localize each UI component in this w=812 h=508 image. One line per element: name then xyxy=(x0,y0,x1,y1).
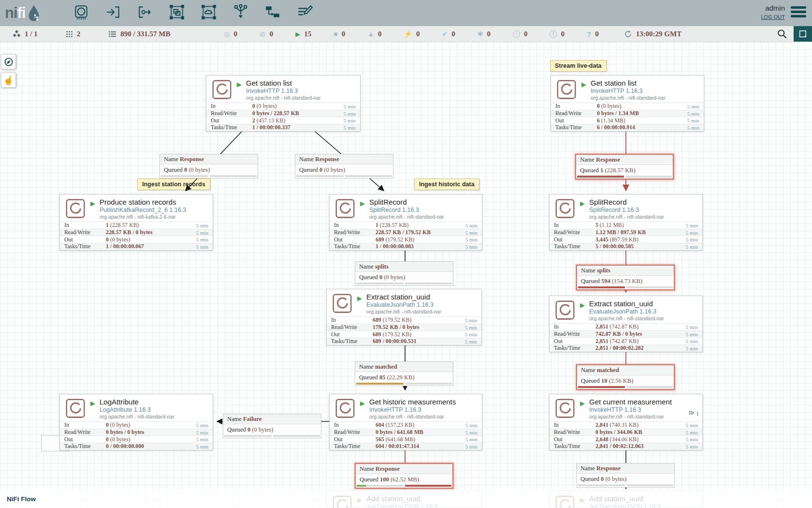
threads-grid-icon xyxy=(66,30,73,38)
running-status-icon: ▶ xyxy=(580,301,585,309)
connection-queue: Queued 10 (2.56 KB) xyxy=(577,375,674,386)
connection-conn-response-right[interactable]: Name Response Queued 1 (228.57 KB) xyxy=(575,154,674,179)
processor-split-record-mid[interactable]: ▶ SplitRecord SplitRecord 1.16.3 org.apa… xyxy=(329,194,482,251)
stat-row-out: Out689 (179.52 KB)5 min xyxy=(330,236,482,243)
cluster-icon xyxy=(13,30,21,38)
stat-row-read-write: Read/Write0 bytes / 228.57 KB5 min xyxy=(206,110,360,117)
status-disabled: ⚡0 xyxy=(404,30,420,38)
stopped-icon: ■ xyxy=(334,30,337,37)
input-port-icon xyxy=(105,4,121,22)
transmitting-icon: ◎ xyxy=(224,30,230,38)
threads-icon xyxy=(689,411,694,416)
processor-bundle: org.apache.nifi - nifi-standard-nar xyxy=(589,414,702,419)
status-transmitting: ◎0 xyxy=(224,30,238,38)
processor-get-station-list-right[interactable]: ▶ Get station list InvokeHTTP 1.16.3 org… xyxy=(551,75,704,132)
logo-text: nifi xyxy=(5,4,26,22)
label-icon xyxy=(296,4,313,22)
stat-row-in: In0 (0 bytes)5 min xyxy=(206,103,360,110)
connection-name: Name Response xyxy=(576,155,673,165)
processor-type: EvaluateJsonPath 1.16.3 xyxy=(366,301,481,308)
processor-name: Extract station_uuid xyxy=(366,293,481,301)
refresh-icon[interactable] xyxy=(624,30,632,38)
percent-bar xyxy=(626,386,673,388)
connection-conn-splits-right[interactable]: Name splits Queued 594 (154.73 KB) xyxy=(576,265,675,290)
connection-conn-failure[interactable]: Name Failure Queued 0 (0 bytes) xyxy=(223,414,321,438)
stat-row-out: Out0 (0 bytes)5 min xyxy=(60,236,213,243)
processor-type: PublishKafkaRecord_2_6 1.16.3 xyxy=(100,207,213,213)
funnel-component[interactable] xyxy=(232,4,249,22)
stat-row-tasks-time: Tasks/Time1 / 00:00:00.3375 min xyxy=(206,124,360,131)
search-icon[interactable] xyxy=(776,28,788,40)
search-button[interactable] xyxy=(776,28,789,41)
flow-label-ingest-station-records[interactable]: Ingest station records xyxy=(137,179,210,190)
connection-name: Name Response xyxy=(295,154,393,164)
remote-process-group-component[interactable] xyxy=(200,4,218,22)
label-component[interactable] xyxy=(296,4,313,22)
percent-bar xyxy=(345,175,392,177)
processor-stamp-icon xyxy=(555,398,575,418)
connection-conn-matched-right[interactable]: Name matched Queued 10 (2.56 KB) xyxy=(576,364,675,390)
connection-name: Name Response xyxy=(160,154,258,164)
connection-name: Name Response xyxy=(356,464,452,474)
breadcrumb[interactable]: NiFi Flow xyxy=(7,495,36,503)
connection-conn-response-bottom-right[interactable]: Name Response Queued 0 (0 bytes) xyxy=(576,463,675,488)
connection-conn-matched-mid[interactable]: Name matched Queued 85 (22.29 KB) xyxy=(355,361,453,386)
queue-percent-bars xyxy=(576,176,673,179)
connection-conn-splits-mid[interactable]: Name splits Queued 0 (0 bytes) xyxy=(355,261,453,286)
processor-name: Get station list xyxy=(591,79,704,87)
process-group-component[interactable] xyxy=(168,4,186,22)
queue-percent-bars xyxy=(160,175,258,178)
operate-palette-button[interactable]: ☝ xyxy=(1,73,16,88)
disabled-count: 0 xyxy=(416,30,420,38)
connection-conn-response-left2[interactable]: Name Response Queued 0 (0 bytes) xyxy=(295,154,393,179)
processor-bundle: org.apache.nifi - nifi-kafka-2-6-nar xyxy=(100,214,213,220)
queue-percent-bars xyxy=(577,386,674,389)
stat-row-out: Out2,851 (742.87 KB)5 min xyxy=(550,337,702,344)
percent-bar xyxy=(273,435,320,437)
processor-stamp-icon xyxy=(332,293,352,314)
up-to-date-count: 0 xyxy=(451,30,455,38)
processor-extract-station-uuid-right[interactable]: ▶ Extract station_uuid EvaluateJsonPath … xyxy=(549,296,703,352)
processor-produce-station-records[interactable]: ▶ Produce station records PublishKafkaRe… xyxy=(59,194,213,251)
logout-link[interactable]: LOG OUT xyxy=(761,14,785,20)
connection-queue: Queued 85 (22.29 KB) xyxy=(355,372,453,383)
processor-stamp-icon xyxy=(555,300,575,320)
navigate-palette-button[interactable] xyxy=(1,54,16,69)
global-menu-icon[interactable] xyxy=(791,6,806,19)
flow-label-stream-live-data[interactable]: Stream live-data xyxy=(550,60,607,72)
processor-get-station-list-left[interactable]: ▶ Get station list InvokeHTTP 1.16.3 org… xyxy=(206,75,361,132)
processor-type: LogAttribute 1.16.3 xyxy=(100,406,213,413)
remote-process-group-icon xyxy=(201,4,217,22)
processor-icon xyxy=(73,4,89,22)
processor-get-historic-measurements[interactable]: ▶ Get historic measurements InvokeHTTP 1… xyxy=(329,394,482,450)
output-port-component[interactable] xyxy=(136,4,154,22)
running-status-icon: ▶ xyxy=(360,400,365,407)
stat-row-in: In1 (228.57 KB)5 min xyxy=(330,222,482,229)
connection-conn-response-bottom-mid[interactable]: Name Response Queued 100 (62.52 MB) xyxy=(355,463,453,489)
processor-log-attribute[interactable]: ▶ LogAttribute LogAttribute 1.16.3 org.a… xyxy=(59,394,213,450)
running-status-icon: ▶ xyxy=(581,81,586,88)
processor-get-current-measurement[interactable]: ▶ Get current measurement InvokeHTTP 1.1… xyxy=(549,394,703,450)
processor-type: EvaluateJsonPath 1.16.3 xyxy=(589,308,702,315)
queue-percent-bars xyxy=(355,383,453,386)
processor-bundle: org.apache.nifi - nifi-standard-nar xyxy=(100,414,213,419)
processor-split-record-right[interactable]: ▶ SplitRecord SplitRecord 1.16.3 org.apa… xyxy=(549,194,703,251)
processor-extract-station-uuid-mid[interactable]: ▶ Extract station_uuid EvaluateJsonPath … xyxy=(326,289,482,345)
birdseye-toggle-button[interactable] xyxy=(794,26,812,42)
running-status-icon: ▶ xyxy=(360,200,365,207)
stat-row-tasks-time: Tasks/Time0 / 00:00:00.0005 min xyxy=(60,443,213,450)
flow-label-ingest-historic-data[interactable]: Ingest historic data xyxy=(414,179,479,190)
status-not-transmitting: ⊘0 xyxy=(260,30,273,38)
processor-stamp-icon xyxy=(65,198,86,219)
processor-bundle: org.apache.nifi - nifi-standard-nar xyxy=(369,214,482,220)
template-component[interactable] xyxy=(264,4,281,22)
running-status-icon: ▶ xyxy=(90,400,95,407)
connection-conn-response-left1[interactable]: Name Response Queued 0 (0 bytes) xyxy=(160,154,258,179)
active-threads-badge: 1 xyxy=(689,411,699,417)
connection-name: Name matched xyxy=(577,365,674,375)
input-port-component[interactable] xyxy=(104,4,122,22)
not-transmitting-count: 0 xyxy=(270,30,274,38)
last-refresh[interactable]: 13:00:29 GMT xyxy=(624,30,682,38)
processor-component[interactable] xyxy=(72,4,90,22)
stat-row-read-write: Read/Write1.12 MB / 897.59 KB5 min xyxy=(550,229,702,236)
